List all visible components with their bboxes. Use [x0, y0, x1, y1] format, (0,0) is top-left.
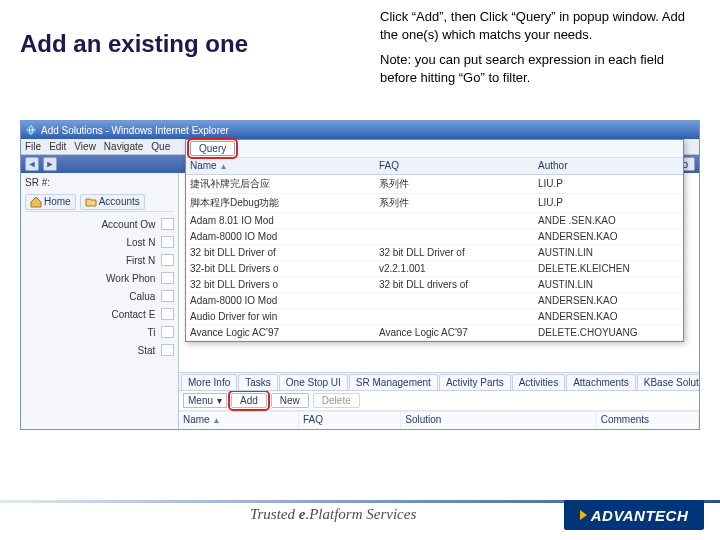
field-label: Account Ow [25, 219, 157, 230]
table-cell: Audio Driver for win [186, 308, 375, 324]
history-back-button[interactable]: ◄ [25, 157, 39, 171]
table-row[interactable]: Audio Driver for winANDERSEN.KAO [186, 308, 683, 324]
solutions-toolbar: Menu ▾ Add New Delete [179, 391, 699, 411]
sort-asc-icon: ▲ [212, 416, 220, 425]
main-content: Query Name ▲ FAQ Author 捷讯补牌完后合应系列件LIU.P… [179, 173, 699, 429]
query-button[interactable]: Query [190, 141, 235, 156]
table-cell: 32-bit DLL Drivers o [186, 260, 375, 276]
table-cell: AUSTIN.LIN [534, 244, 683, 260]
popup-toolbar: Query [186, 140, 683, 158]
tab-kbase-solution-detail[interactable]: KBase Solution Detail [637, 374, 699, 390]
table-cell: ANDERSEN.KAO [534, 308, 683, 324]
field-input[interactable] [161, 344, 174, 356]
home-icon [30, 196, 42, 208]
table-cell: 32 bit DLL Drivers o [186, 276, 375, 292]
table-cell: DELETE.KLEICHEN [534, 260, 683, 276]
field-input[interactable] [161, 308, 174, 320]
table-row[interactable]: 捷讯补牌完后合应系列件LIU.P [186, 174, 683, 193]
table-cell: DELETE.CHOYUANG [534, 324, 683, 340]
add-button[interactable]: Add [231, 393, 267, 408]
results-table: Name ▲ FAQ Author 捷讯补牌完后合应系列件LIU.P脚本程序De… [186, 158, 683, 341]
menu-dropdown[interactable]: Menu ▾ [183, 393, 227, 408]
table-cell: 脚本程序Debug功能 [186, 193, 375, 212]
field-input[interactable] [161, 290, 174, 302]
window-titlebar: Add Solutions - Windows Internet Explore… [21, 121, 699, 139]
field-input[interactable] [161, 326, 174, 338]
new-button[interactable]: New [271, 393, 309, 408]
accounts-label: Accounts [99, 196, 140, 207]
col-name-header[interactable]: Name ▲ [186, 158, 375, 174]
field-label: Ti [25, 327, 157, 338]
folder-icon [85, 196, 97, 208]
field-label: First N [25, 255, 157, 266]
table-row[interactable]: 32 bit DLL Driver of32 bit DLL Driver of… [186, 244, 683, 260]
left-field-list: Account Ow Lost N First N Work Phon Calu… [25, 218, 174, 356]
instruction-note: Click “Add”, then Click “Query” in popup… [380, 8, 700, 94]
bottom-col-faq[interactable]: FAQ [299, 412, 401, 429]
table-cell: 系列件 [375, 174, 534, 193]
table-cell: 系列件 [375, 193, 534, 212]
field-label: Stat [25, 345, 157, 356]
table-cell [375, 228, 534, 244]
field-input[interactable] [161, 272, 174, 284]
table-row[interactable]: Adam-8000 IO ModANDERSEN.KAO [186, 228, 683, 244]
left-toolbar: Home Accounts [25, 192, 174, 212]
home-label: Home [44, 196, 71, 207]
tab-one-stop-ui[interactable]: One Stop UI [279, 374, 348, 390]
field-input[interactable] [161, 254, 174, 266]
sort-asc-icon: ▲ [219, 162, 227, 171]
table-row[interactable]: 32-bit DLL Drivers ov2.2.1.001DELETE.KLE… [186, 260, 683, 276]
table-cell: Adam 8.01 IO Mod [186, 212, 375, 228]
footer-tagline: Trusted e.Platform Services [250, 506, 416, 523]
tab-sr-management[interactable]: SR Management [349, 374, 438, 390]
field-input[interactable] [161, 218, 174, 230]
col-faq-header[interactable]: FAQ [375, 158, 534, 174]
bottom-col-solution[interactable]: Solution [401, 412, 597, 429]
slide-footer: Trusted e.Platform Services ADVANTECH [0, 490, 720, 540]
accounts-button[interactable]: Accounts [80, 194, 145, 210]
tab-tasks[interactable]: Tasks [238, 374, 278, 390]
tab-attachments[interactable]: Attachments [566, 374, 636, 390]
table-row[interactable]: Avance Logic AC'97Avance Logic AC'97DELE… [186, 324, 683, 340]
table-cell: Adam-8000 IO Mod [186, 228, 375, 244]
menu-navigate[interactable]: Navigate [104, 141, 143, 152]
logo-triangle-icon [580, 510, 587, 520]
field-input[interactable] [161, 236, 174, 248]
advantech-logo: ADVANTECH [564, 500, 704, 530]
menu-view[interactable]: View [74, 141, 96, 152]
table-cell: ANDERSEN.KAO [534, 292, 683, 308]
sr-number-label: SR #: [25, 177, 174, 188]
field-label: Lost N [25, 237, 157, 248]
table-cell: Adam-8000 IO Mod [186, 292, 375, 308]
table-row[interactable]: Adam-8000 IO ModANDERSEN.KAO [186, 292, 683, 308]
history-fwd-button[interactable]: ► [43, 157, 57, 171]
field-label: Contact E [25, 309, 157, 320]
bottom-col-name[interactable]: Name ▲ [179, 412, 299, 429]
delete-button[interactable]: Delete [313, 393, 360, 408]
tab-more-info[interactable]: More Info [181, 374, 237, 390]
table-cell: LIU.P [534, 174, 683, 193]
col-author-header[interactable]: Author [534, 158, 683, 174]
bottom-col-comments[interactable]: Comments [597, 412, 699, 429]
table-cell: 32 bit DLL Driver of [375, 244, 534, 260]
table-row[interactable]: 脚本程序Debug功能系列件LIU.P [186, 193, 683, 212]
add-solutions-popup: Query Name ▲ FAQ Author 捷讯补牌完后合应系列件LIU.P… [185, 139, 684, 342]
table-cell [375, 212, 534, 228]
menu-query[interactable]: Que [151, 141, 170, 152]
window-title-text: Add Solutions - Windows Internet Explore… [41, 125, 229, 136]
menu-edit[interactable]: Edit [49, 141, 66, 152]
table-cell [375, 308, 534, 324]
left-panel: SR #: Home Accounts Account Ow Lost N Fi… [21, 173, 179, 429]
tab-activities[interactable]: Activities [512, 374, 565, 390]
table-row[interactable]: Adam 8.01 IO ModANDE .SEN.KAO [186, 212, 683, 228]
menu-file[interactable]: File [25, 141, 41, 152]
tab-activity-parts[interactable]: Activity Parts [439, 374, 511, 390]
table-row[interactable]: 32 bit DLL Drivers o32 bit DLL drivers o… [186, 276, 683, 292]
instruction-line-2: Note: you can put search expression in e… [380, 51, 700, 86]
chevron-down-icon: ▾ [217, 395, 222, 406]
ie-icon [25, 124, 37, 136]
table-cell: 捷讯补牌完后合应 [186, 174, 375, 193]
field-label: Work Phon [25, 273, 157, 284]
table-cell: LIU.P [534, 193, 683, 212]
home-button[interactable]: Home [25, 194, 76, 210]
